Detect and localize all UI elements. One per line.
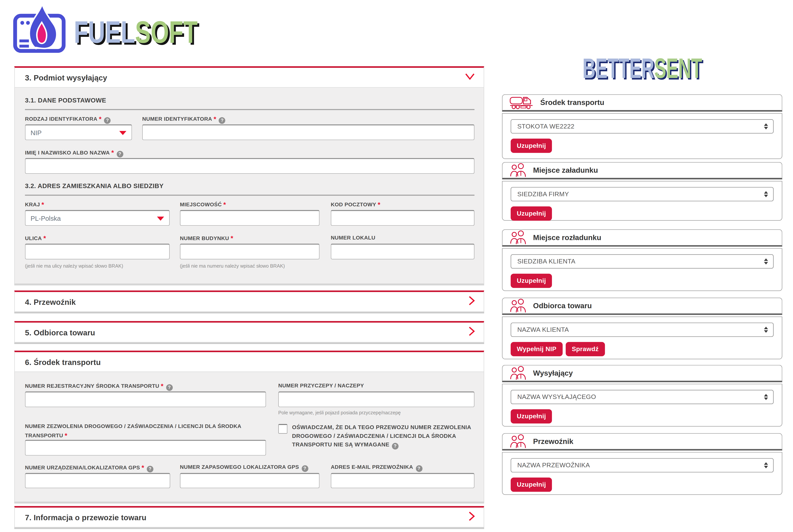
caret-down-icon bbox=[119, 131, 127, 135]
numer-identyfikatora-input[interactable] bbox=[142, 124, 474, 140]
required-asterisk: * bbox=[111, 149, 114, 156]
numer-lokalu-input[interactable] bbox=[331, 244, 474, 259]
section-6-body: NUMER REJESTRACYJNY ŚRODKA TRANSPORTU*? … bbox=[14, 372, 484, 502]
card-srodek-transportu-header: Środek transportu bbox=[502, 94, 782, 112]
required-asterisk: * bbox=[214, 115, 216, 123]
card-odbiorca-towaru-header: Odbiorca towaru bbox=[502, 298, 782, 315]
section-6-header[interactable]: 6. Środek transportu bbox=[14, 350, 484, 372]
miejscowosc-input[interactable] bbox=[180, 210, 320, 226]
numer-przyczepy-hint: Pole wymagane, jeśli pojazd posiada przy… bbox=[278, 410, 401, 416]
ulica-hint: (jeśli nie ma ulicy należy wpisać słowo … bbox=[25, 263, 123, 269]
imie-nazwisko-input[interactable] bbox=[25, 158, 474, 174]
people-icon bbox=[510, 365, 526, 381]
uzupelnij-button[interactable]: Uzupełnij bbox=[511, 274, 552, 288]
card-title: Środek transportu bbox=[540, 98, 604, 107]
numer-budynku-input[interactable] bbox=[180, 244, 320, 259]
vehicle-select[interactable]: STOKOTA WE2222 bbox=[511, 119, 774, 133]
required-asterisk: * bbox=[231, 234, 233, 242]
numer-identyfikatora-label: NUMER IDENTYFIKATORA*? bbox=[142, 115, 226, 124]
ulica-label: ULICA* bbox=[25, 234, 46, 242]
section-4-header[interactable]: 4. Przewoźnik bbox=[14, 290, 484, 312]
carrier-select[interactable]: NAZWA PRZEWOŹNIKA bbox=[511, 458, 774, 472]
uzupelnij-button[interactable]: Uzupełnij bbox=[511, 206, 552, 221]
chevron-down-icon[interactable] bbox=[464, 72, 475, 82]
select-arrows-icon bbox=[764, 124, 768, 130]
sender-select[interactable]: NAZWA WYSYŁAJĄCEGO bbox=[511, 390, 774, 404]
select-arrows-icon bbox=[764, 327, 768, 333]
unloading-place-select[interactable]: SIEDZIBA KLIENTA bbox=[511, 254, 774, 269]
gps-input[interactable] bbox=[25, 473, 170, 488]
select-arrows-icon bbox=[764, 191, 768, 197]
card-miejsce-zaladunku-header: Miejsce załadunku bbox=[502, 162, 782, 179]
select-arrows-icon bbox=[764, 258, 768, 264]
numer-zezwolenia-input[interactable] bbox=[25, 440, 266, 456]
card-miejsce-rozladunku-body: SIEDZIBA KLIENTA Uzupełnij bbox=[502, 248, 782, 291]
numer-rejestracyjny-input[interactable] bbox=[25, 391, 266, 407]
numer-przyczepy-input[interactable] bbox=[278, 391, 474, 407]
help-icon[interactable]: ? bbox=[219, 117, 226, 124]
section-srodek-transportu: 6. Środek transportu NUMER REJESTRACYJNY… bbox=[14, 350, 484, 502]
section-przewoznik: 4. Przewoźnik bbox=[14, 290, 484, 312]
wypelnij-nip-button[interactable]: Wypełnij NIP bbox=[511, 342, 563, 356]
fuelsoft-logo: FUELSOFT bbox=[13, 3, 208, 54]
help-icon[interactable]: ? bbox=[104, 117, 111, 124]
card-wysylajacy-header: Wysyłający bbox=[502, 365, 782, 382]
section-6-title: 6. Środek transportu bbox=[25, 358, 101, 366]
section-3-header[interactable]: 3. Podmiot wysyłający bbox=[14, 66, 484, 88]
chevron-right-icon[interactable] bbox=[467, 326, 475, 339]
gps-label: NUMER URZĄDZENIA/LOKALIZATORA GPS*? bbox=[25, 464, 154, 472]
email-przewoznika-input[interactable] bbox=[331, 473, 474, 488]
required-asterisk: * bbox=[161, 382, 164, 390]
required-asterisk: * bbox=[223, 201, 226, 208]
card-title: Miejsce rozładunku bbox=[533, 233, 601, 242]
divider bbox=[25, 195, 474, 196]
section-7-header[interactable]: 7. Informacja o przewozie towaru bbox=[14, 506, 484, 528]
required-asterisk: * bbox=[65, 432, 68, 439]
help-icon[interactable]: ? bbox=[166, 384, 173, 391]
numer-budynku-label: NUMER BUDYNKU* bbox=[180, 234, 233, 242]
fuelsoft-flame-icon bbox=[13, 3, 70, 54]
chevron-right-icon[interactable] bbox=[467, 295, 475, 308]
section-odbiorca-towaru: 5. Odbiorca towaru bbox=[14, 321, 484, 343]
help-icon[interactable]: ? bbox=[147, 466, 153, 472]
chevron-right-icon[interactable] bbox=[467, 511, 475, 524]
uzupelnij-button[interactable]: Uzupełnij bbox=[511, 477, 552, 492]
section-5-header[interactable]: 5. Odbiorca towaru bbox=[14, 321, 484, 343]
divider bbox=[25, 109, 474, 110]
tanker-truck-icon bbox=[510, 95, 533, 110]
section-7-title: 7. Informacja o przewozie towaru bbox=[25, 513, 147, 522]
help-icon[interactable]: ? bbox=[302, 465, 308, 472]
subsection-3-1-title: 3.1. DANE PODSTAWOWE bbox=[25, 97, 106, 104]
loading-place-select[interactable]: SIEDZIBA FIRMY bbox=[511, 187, 774, 201]
numer-budynku-hint: (jeśli nie ma numeru należy wpisać słowo… bbox=[180, 263, 285, 269]
gps-zapasowy-input[interactable] bbox=[180, 473, 320, 488]
uzupelnij-button[interactable]: Uzupełnij bbox=[511, 409, 552, 423]
email-przewoznika-label: ADRES E-MAIL PRZEWOŹNIKA? bbox=[331, 464, 422, 472]
help-icon[interactable]: ? bbox=[416, 465, 422, 472]
section-4-title: 4. Przewoźnik bbox=[25, 298, 76, 306]
section-5-title: 5. Odbiorca towaru bbox=[25, 328, 95, 337]
imie-nazwisko-label: IMIĘ I NAZWISKO ALBO NAZWA*? bbox=[25, 149, 123, 157]
section-3-body: 3.1. DANE PODSTAWOWE RODZAJ IDENTYFIKATO… bbox=[14, 88, 484, 284]
card-przewoznik-body: NAZWA PRZEWOŹNIKA Uzupełnij bbox=[502, 452, 782, 495]
bettersent-logo: BETTERSENT bbox=[502, 57, 782, 80]
help-icon[interactable]: ? bbox=[392, 443, 399, 450]
declaration-checkbox[interactable] bbox=[278, 424, 287, 434]
card-miejsce-rozladunku-header: Miejsce rozładunku bbox=[502, 229, 782, 247]
client-select[interactable]: NAZWA KLIENTA bbox=[511, 323, 774, 337]
rodzaj-identyfikatora-select[interactable]: NIP bbox=[25, 124, 132, 140]
required-asterisk: * bbox=[378, 201, 380, 208]
people-icon bbox=[510, 434, 526, 449]
kod-pocztowy-input[interactable] bbox=[331, 210, 474, 226]
help-icon[interactable]: ? bbox=[116, 151, 123, 157]
section-podmiot-wysylajacy: 3. Podmiot wysyłający 3.1. DANE PODSTAWO… bbox=[14, 66, 484, 284]
card-title: Wysyłający bbox=[533, 369, 573, 377]
ulica-input[interactable] bbox=[25, 244, 170, 259]
required-asterisk: * bbox=[41, 201, 44, 208]
card-miejsce-zaladunku-body: SIEDZIBA FIRMY Uzupełnij bbox=[502, 181, 782, 221]
kraj-select[interactable]: PL-Polska bbox=[25, 210, 170, 226]
sprawdz-button[interactable]: Sprawdź bbox=[566, 342, 605, 356]
uzupelnij-button[interactable]: Uzupełnij bbox=[511, 138, 552, 153]
card-title: Odbiorca towaru bbox=[533, 302, 592, 310]
numer-zezwolenia-label: NUMER ZEZWOLENIA DROGOWEGO / ZAŚWIADCZEN… bbox=[25, 422, 252, 441]
